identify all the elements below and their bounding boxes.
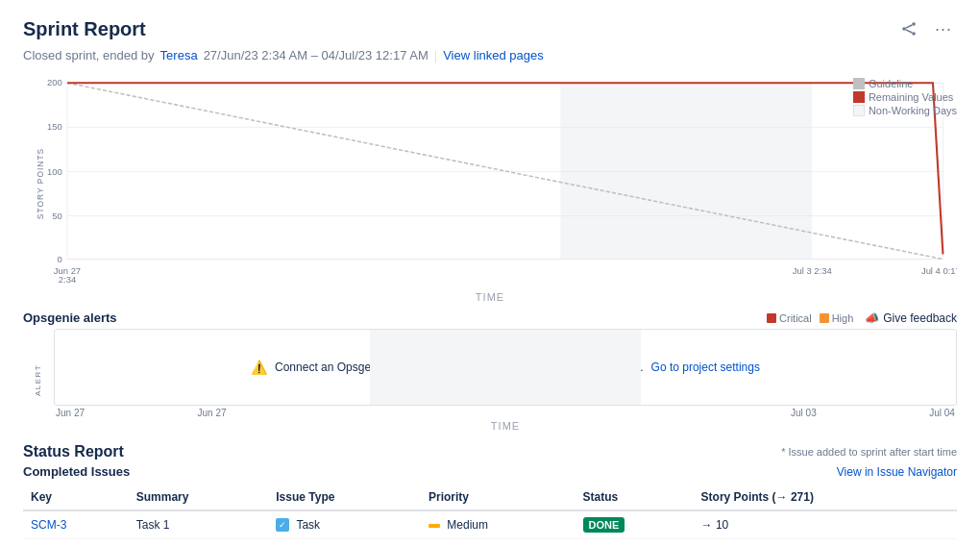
completed-issues-title: Completed Issues	[23, 464, 130, 479]
issues-table: Key Summary Issue Type Priority Status S…	[23, 485, 957, 539]
status-report-title: Status Report	[23, 443, 124, 460]
svg-point-0	[912, 22, 916, 26]
col-priority: Priority	[421, 485, 576, 510]
status-note: * Issue added to sprint after start time	[781, 446, 957, 458]
opsgenie-title: Opsgenie alerts	[23, 311, 117, 325]
table-body: SCM-3 Task 1 ✓ Task Medium DONE → 10	[23, 510, 957, 539]
burndown-svg: STORY POINTS 200 150 100 50 0	[23, 78, 957, 289]
issue-story-points: → 10	[694, 510, 957, 539]
view-linked-pages-link[interactable]: View linked pages	[443, 48, 544, 62]
burndown-chart-section: Guideline Remaining Values Non-Working D…	[23, 78, 957, 303]
priority-icon	[429, 524, 440, 528]
svg-text:150: 150	[47, 121, 62, 132]
user-link[interactable]: Teresa	[160, 48, 198, 62]
page-title: Sprint Report	[23, 18, 146, 40]
sub-prefix: Closed sprint, ended by	[23, 48, 155, 62]
legend-remaining: Remaining Values	[853, 91, 957, 103]
status-report-section: Status Report * Issue added to sprint af…	[23, 443, 957, 539]
svg-line-4	[906, 30, 913, 33]
legend-critical: Critical	[767, 312, 812, 324]
svg-point-1	[902, 27, 906, 31]
svg-point-2	[912, 32, 916, 36]
share-button[interactable]	[895, 15, 922, 42]
legend-high: High	[820, 312, 854, 324]
legend-nonworking: Non-Working Days	[853, 105, 957, 116]
alert-time-label: TIME	[54, 420, 957, 432]
svg-text:2:34: 2:34	[59, 274, 76, 285]
issue-summary: Task 1	[129, 510, 268, 539]
svg-text:200: 200	[47, 78, 62, 87]
status-report-header: Status Report * Issue added to sprint af…	[23, 443, 957, 460]
alert-axis-label: ALERT	[35, 364, 43, 396]
more-button[interactable]: ···	[930, 15, 957, 42]
header-actions: ···	[895, 15, 957, 42]
col-issue-type: Issue Type	[268, 485, 421, 510]
col-story-points: Story Points (→ 271)	[694, 485, 957, 510]
legend-guideline: Guideline	[853, 78, 957, 89]
col-status: Status	[576, 485, 694, 510]
opsgenie-legend: Critical High	[767, 312, 853, 324]
completed-header: Completed Issues View in Issue Navigator	[23, 464, 957, 479]
project-settings-link[interactable]: Go to project settings	[651, 361, 760, 374]
issue-type: ✓ Task	[268, 510, 421, 539]
table-header: Key Summary Issue Type Priority Status S…	[23, 485, 957, 510]
status-badge: DONE	[583, 517, 625, 533]
svg-line-3	[906, 25, 913, 28]
date-range: 27/Jun/23 2:34 AM – 04/Jul/23 12:17 AM	[204, 48, 429, 62]
alert-chart-area: ⚠️ Connect an Opsgenie team in project s…	[54, 329, 957, 406]
svg-text:STORY POINTS: STORY POINTS	[36, 148, 45, 219]
page-header: Sprint Report ···	[23, 15, 957, 42]
svg-rect-7	[560, 83, 812, 259]
opsgenie-section: Opsgenie alerts Critical High 📣 Give fee…	[23, 311, 957, 432]
opsgenie-header: Opsgenie alerts Critical High 📣 Give fee…	[23, 311, 957, 325]
sub-header: Closed sprint, ended by Teresa 27/Jun/23…	[23, 48, 957, 62]
task-icon: ✓	[276, 518, 289, 532]
svg-text:100: 100	[47, 166, 62, 177]
col-summary: Summary	[129, 485, 268, 510]
megaphone-icon: 📣	[865, 311, 879, 325]
alert-x-axis: Jun 27 Jun 27 Jul 03 Jul 04	[54, 408, 957, 418]
svg-text:50: 50	[52, 211, 61, 221]
col-key: Key	[23, 485, 129, 510]
svg-text:Jul 3 2:34: Jul 3 2:34	[793, 265, 832, 276]
opsgenie-right: Critical High 📣 Give feedback	[767, 311, 957, 325]
svg-text:Jul 4 0:17: Jul 4 0:17	[921, 265, 957, 276]
issue-status: DONE	[576, 510, 694, 539]
warning-icon: ⚠️	[251, 360, 267, 375]
issue-priority: Medium	[421, 510, 576, 539]
table-row: SCM-3 Task 1 ✓ Task Medium DONE → 10	[23, 510, 957, 539]
burndown-time-label: TIME	[23, 291, 957, 303]
chart-legend: Guideline Remaining Values Non-Working D…	[853, 78, 957, 118]
svg-text:0: 0	[58, 254, 62, 264]
issue-key: SCM-3	[23, 510, 129, 539]
feedback-button[interactable]: 📣 Give feedback	[865, 311, 957, 325]
view-navigator-link[interactable]: View in Issue Navigator	[837, 465, 957, 479]
